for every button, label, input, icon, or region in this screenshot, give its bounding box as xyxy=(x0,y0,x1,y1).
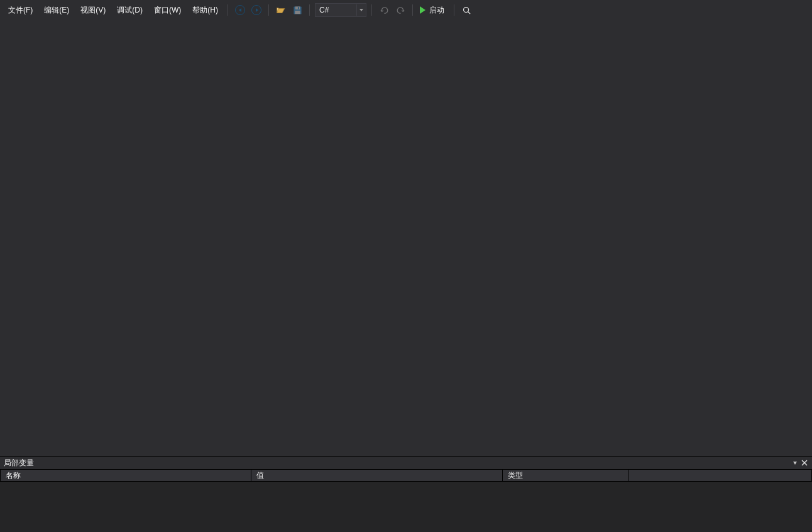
svg-rect-1 xyxy=(295,6,300,9)
redo-icon xyxy=(396,6,405,15)
save-button[interactable] xyxy=(290,3,305,18)
nav-back-button[interactable] xyxy=(233,3,248,18)
ide-window: 文件(F) 编辑(E) 视图(V) 调试(D) 窗口(W) 帮助(H) xyxy=(0,0,812,532)
arrow-right-icon xyxy=(251,5,261,15)
main-toolbar: 文件(F) 编辑(E) 视图(V) 调试(D) 窗口(W) 帮助(H) xyxy=(0,0,812,20)
locals-panel-titlebar[interactable]: 局部变量 xyxy=(0,457,812,469)
toolbar-separator xyxy=(412,4,413,16)
run-button[interactable]: 启动 xyxy=(418,3,449,18)
menu-help[interactable]: 帮助(H) xyxy=(187,0,224,20)
column-type[interactable]: 类型 xyxy=(503,469,628,482)
svg-point-4 xyxy=(463,7,468,12)
locals-panel: 局部变量 名称 值 类型 xyxy=(0,456,812,532)
arrow-left-icon xyxy=(235,5,245,15)
undo-button[interactable] xyxy=(376,3,392,18)
play-icon xyxy=(420,6,425,14)
locals-grid-header: 名称 值 类型 xyxy=(0,469,812,482)
dropdown-icon xyxy=(356,4,366,16)
toolbar-separator xyxy=(228,4,228,16)
menu-view[interactable]: 视图(V) xyxy=(75,0,111,20)
undo-icon xyxy=(380,6,389,15)
folder-open-icon xyxy=(276,5,286,15)
column-empty xyxy=(628,469,812,482)
run-label: 启动 xyxy=(429,5,444,16)
close-icon xyxy=(801,460,808,466)
menu-debug[interactable]: 调试(D) xyxy=(111,0,148,20)
menu-file[interactable]: 文件(F) xyxy=(3,0,38,20)
open-file-button[interactable] xyxy=(273,3,288,18)
panel-tools xyxy=(793,458,812,467)
column-name[interactable]: 名称 xyxy=(0,469,251,482)
panel-close-button[interactable] xyxy=(800,458,809,467)
toolbar-separator xyxy=(268,4,269,16)
nav-forward-button[interactable] xyxy=(249,3,264,18)
toolbar-separator xyxy=(454,4,454,16)
menu-window[interactable]: 窗口(W) xyxy=(148,0,187,20)
svg-rect-3 xyxy=(295,10,300,13)
window-options-button[interactable] xyxy=(793,462,797,465)
save-icon xyxy=(293,6,302,15)
panel-grip xyxy=(40,461,791,465)
menu-edit[interactable]: 编辑(E) xyxy=(38,0,75,20)
locals-grid-body xyxy=(0,482,812,532)
editor-area xyxy=(0,20,812,456)
svg-rect-2 xyxy=(297,7,299,9)
search-icon xyxy=(462,6,471,15)
column-value[interactable]: 值 xyxy=(251,469,503,482)
toolbar-separator xyxy=(309,4,310,16)
search-button[interactable] xyxy=(459,3,474,18)
redo-button[interactable] xyxy=(393,3,408,18)
language-selector-value: C# xyxy=(315,4,356,16)
svg-line-5 xyxy=(468,11,470,14)
toolbar-separator xyxy=(371,4,372,16)
language-selector[interactable]: C# xyxy=(315,3,366,17)
locals-panel-title: 局部变量 xyxy=(0,458,38,468)
